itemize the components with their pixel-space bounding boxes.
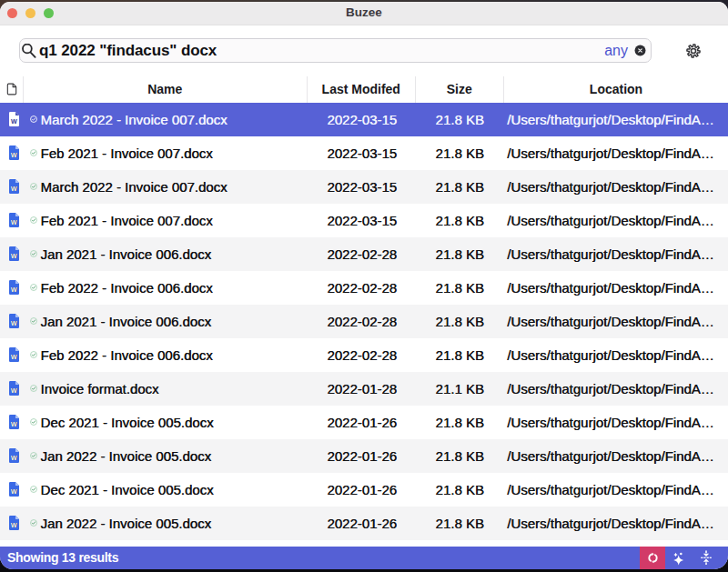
svg-text:W: W	[11, 286, 17, 294]
svg-text:W: W	[11, 386, 17, 395]
svg-text:W: W	[11, 218, 17, 226]
svg-text:W: W	[11, 252, 17, 260]
svg-text:W: W	[11, 454, 17, 462]
svg-text:W: W	[11, 487, 17, 496]
svg-text:W: W	[11, 151, 17, 159]
svg-text:W: W	[11, 353, 17, 361]
svg-text:W: W	[11, 117, 17, 125]
svg-text:W: W	[11, 185, 17, 193]
svg-text:W: W	[11, 521, 17, 529]
svg-text:W: W	[11, 319, 17, 327]
svg-text:W: W	[11, 420, 17, 428]
